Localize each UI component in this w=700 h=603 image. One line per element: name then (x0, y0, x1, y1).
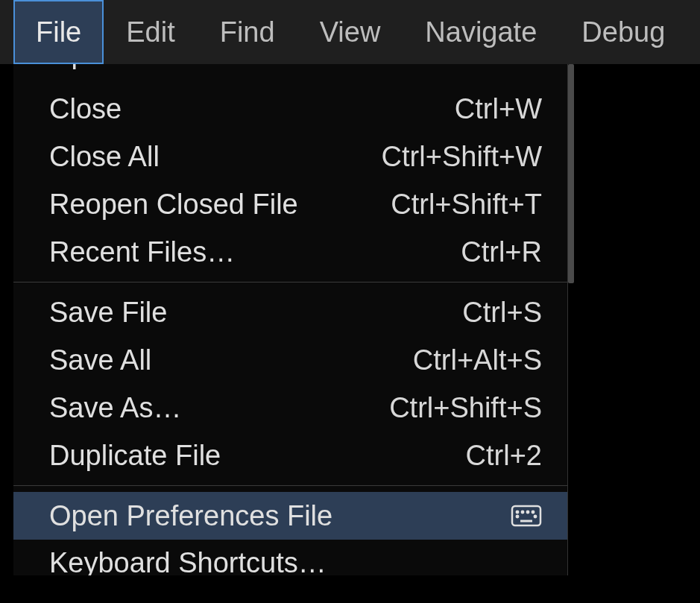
menubar-file[interactable]: File (13, 0, 104, 64)
menubar-navigate[interactable]: Navigate (403, 0, 559, 64)
svg-point-3 (527, 511, 529, 513)
menubar-label: Navigate (425, 16, 537, 48)
menu-item-shortcut: Ctrl+Alt+S (413, 344, 542, 376)
svg-point-6 (535, 516, 536, 517)
svg-point-4 (532, 511, 534, 513)
menu-item-shortcut: Ctrl+R (461, 236, 542, 268)
menu-duplicate-file[interactable]: Duplicate File Ctrl+2 (13, 432, 567, 479)
scrollbar-thumb[interactable] (568, 64, 574, 283)
menu-item-label: Open Folder… (49, 64, 235, 70)
menu-recent-files[interactable]: Recent Files… Ctrl+R (13, 228, 567, 276)
menu-separator (13, 282, 567, 282)
menu-item-label: Close All (49, 141, 160, 173)
menu-item-label: Keyboard Shortcuts… (49, 547, 327, 575)
menu-close-all[interactable]: Close All Ctrl+Shift+W (13, 133, 567, 180)
menu-save-all[interactable]: Save All Ctrl+Alt+S (13, 336, 567, 384)
menu-item-label: Reopen Closed File (49, 189, 298, 221)
menubar-label: Debug (581, 16, 665, 48)
menu-item-shortcut: Ctrl+Shift+W (382, 141, 542, 173)
svg-point-5 (517, 516, 518, 517)
menu-item-label: Duplicate File (49, 440, 221, 472)
svg-point-2 (522, 511, 523, 513)
menu-item-label: Open Preferences File (49, 500, 332, 532)
keyboard-icon (511, 505, 542, 527)
menu-open-folder[interactable]: Open Folder… (13, 64, 567, 85)
menu-item-shortcut: Ctrl+Shift+T (391, 189, 542, 221)
menu-open-preferences-file[interactable]: Open Preferences File (13, 492, 567, 540)
menubar-label: Edit (126, 16, 174, 48)
menu-save-file[interactable]: Save File Ctrl+S (13, 288, 567, 336)
menu-item-shortcut: Ctrl+S (462, 297, 542, 329)
menu-item-label: Save As… (49, 392, 181, 424)
svg-point-1 (517, 511, 518, 513)
menu-separator (13, 485, 567, 486)
menu-item-label: Save All (49, 344, 151, 376)
menubar-label: View (320, 16, 381, 48)
file-menu-dropdown: Open Folder… Close Ctrl+W Close All Ctrl… (13, 64, 568, 575)
menu-item-shortcut: Ctrl+W (455, 93, 542, 125)
menubar-debug[interactable]: Debug (559, 0, 687, 64)
menubar: File Edit Find View Navigate Debug (0, 0, 700, 64)
menu-item-shortcut: Ctrl+2 (466, 440, 542, 472)
menubar-label: File (36, 16, 81, 48)
menubar-label: Find (220, 16, 275, 48)
menu-keyboard-shortcuts[interactable]: Keyboard Shortcuts… (13, 540, 567, 575)
menu-reopen-closed-file[interactable]: Reopen Closed File Ctrl+Shift+T (13, 180, 567, 228)
menu-item-shortcut: Ctrl+Shift+S (389, 392, 542, 424)
menubar-view[interactable]: View (297, 0, 403, 64)
menu-item-label: Save File (49, 297, 167, 329)
menubar-edit[interactable]: Edit (104, 0, 197, 64)
menu-item-label: Recent Files… (49, 236, 235, 268)
menu-close[interactable]: Close Ctrl+W (13, 85, 567, 133)
dropdown-scrollbar[interactable] (568, 64, 574, 479)
menu-save-as[interactable]: Save As… Ctrl+Shift+S (13, 384, 567, 432)
menu-item-label: Close (49, 93, 122, 125)
menubar-find[interactable]: Find (198, 0, 297, 64)
